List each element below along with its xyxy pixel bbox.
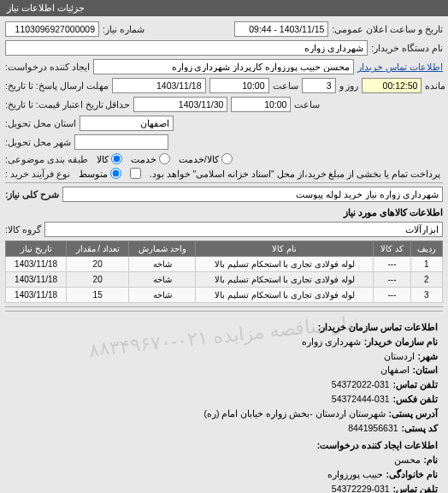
contact-province-label: استان: [413, 363, 439, 377]
acc-time-label: ساعت [294, 99, 320, 110]
buyer-contact-link[interactable]: اطلاعات تماس خریدار [357, 62, 443, 72]
time-left-label: ساعت باقی مانده [425, 80, 448, 91]
contact-fax-value: 54372444-031 [332, 392, 390, 407]
contact-section2-title: اطلاعات ایجاد کننده درخواست: [10, 438, 438, 453]
lname-value: حبیب پورزواره [327, 467, 383, 482]
proc-note: پرداخت تمام یا بخشی از مبلغ خرید،از محل … [150, 169, 440, 179]
radio-goods-service[interactable]: کالا/خدمت [179, 153, 233, 164]
postal-addr-label: آدرس پستی: [389, 407, 438, 421]
contact-section1-title: اطلاعات تماس سازمان خریدار: [10, 320, 438, 335]
acc-price-label: حداقل تاریخ اعتبار قیمت: تا تاریخ: [5, 99, 130, 110]
col-code: کد کالا [374, 241, 410, 257]
days-left-field [302, 78, 336, 93]
goods-group-label: گروه کالا: [5, 224, 41, 235]
goods-table: ردیف کد کالا نام کالا واحد شمارش تعداد /… [5, 241, 443, 303]
postal-addr-value: شهرستان اردستان -بخش زواره خیابان امام (… [204, 407, 386, 421]
contact-fax-label: تلفن فکس: [393, 392, 438, 407]
days-and-label: روز و [339, 80, 359, 91]
resp-time-field[interactable] [209, 78, 269, 93]
org-name-value: شهرداری زواره [302, 335, 361, 349]
proc-type-label: نوع فرآیند خرید : [5, 169, 70, 179]
window-title: جزئیات اطلاعات نیاز [7, 3, 85, 14]
fname-value: محسن [394, 453, 421, 467]
contact-city-value: اردستان [384, 349, 415, 364]
fname-label: نام: [424, 453, 439, 467]
col-unit: واحد شمارش [129, 241, 196, 257]
goods-section-title: اطلاعات کالاهای مورد نیاز [5, 207, 443, 218]
pub-datetime-label: تاریخ و ساعت اعلان عمومی: [332, 24, 443, 34]
contact-province-value: اصفهان [380, 363, 410, 377]
postal-code-label: کد پستی: [402, 421, 438, 436]
req-no-label: شماره نیاز: [103, 24, 144, 34]
buyer-org-label: نام دستگاه خریدار: [371, 43, 443, 53]
col-name: نام کالا [196, 241, 374, 257]
creator-field[interactable] [93, 59, 354, 74]
pub-datetime-field[interactable] [234, 21, 328, 37]
resp-deadline-label: مهلت ارسال پاسخ: تا تاریخ: [5, 80, 109, 91]
postal-code-value: 8441956631 [348, 421, 398, 436]
window-header: جزئیات اطلاعات نیاز [0, 0, 448, 16]
table-row[interactable]: 1---لوله فولادی تجاری با استحکام تسلیم ب… [6, 257, 443, 272]
table-row[interactable]: 2---لوله فولادی تجاری با استحکام تسلیم ب… [6, 272, 443, 288]
city-label: شهر محل تحویل: [5, 137, 71, 147]
need-desc-label: شرح کلی نیاز: [5, 189, 59, 199]
org-name-label: نام سازمان خریدار: [364, 335, 438, 349]
col-qty: تعداد / مقدار [67, 241, 129, 257]
proc-checkbox[interactable] [130, 168, 141, 179]
province-field[interactable] [80, 116, 174, 131]
subject-class-label: طبقه بندی موضوعی: [5, 154, 88, 164]
resp-time-label: ساعت [273, 80, 298, 91]
req-no-field[interactable] [5, 21, 99, 37]
contact-block: اطلاعات تماس سازمان خریدار: نام سازمان خ… [5, 311, 443, 493]
city-field[interactable] [74, 134, 168, 150]
contact-phone-value: 54372022-031 [332, 377, 390, 392]
need-desc-field[interactable] [62, 187, 443, 202]
contact-city-label: شهر: [418, 349, 439, 364]
radio-goods[interactable]: کالا [97, 153, 122, 164]
resp-date-field[interactable] [112, 78, 206, 93]
col-row: ردیف [410, 241, 442, 257]
acc-date-field[interactable] [133, 97, 227, 112]
province-label: استان محل تحویل: [5, 118, 76, 128]
table-row[interactable]: 3---لوله فولادی تجاری با استحکام تسلیم ب… [6, 288, 443, 303]
col-need-date: تاریخ نیاز [6, 241, 67, 257]
radio-mid[interactable]: متوسط [79, 168, 121, 179]
contact-phone-label: تلفن تماس: [393, 377, 438, 392]
creator-phone-value: 54372229-031 [332, 482, 390, 493]
radio-service[interactable]: خدمت [131, 153, 170, 164]
buyer-org-field[interactable] [5, 40, 368, 56]
acc-time-field[interactable] [231, 97, 291, 112]
lname-label: نام خانوادگی: [386, 467, 438, 482]
time-left-field [362, 78, 421, 93]
goods-group-field[interactable] [44, 222, 443, 237]
creator-label: ایجاد کننده درخواست: [5, 62, 90, 72]
creator-phone-label: تلفن تماس: [393, 482, 438, 493]
